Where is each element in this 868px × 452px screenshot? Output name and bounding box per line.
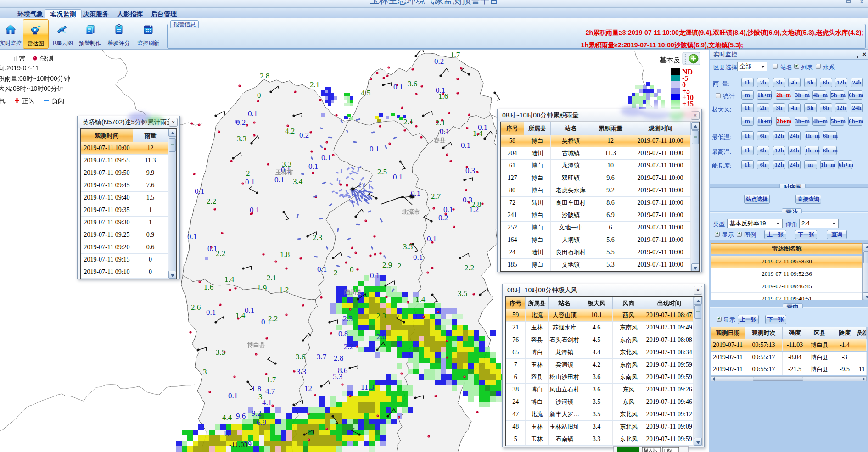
svg-text:1.2: 1.2 [279,285,289,294]
svg-text:0.1: 0.1 [261,318,271,326]
svg-text:3.6: 3.6 [296,352,305,361]
svg-text:2.3: 2.3 [376,312,386,320]
svg-text:0.1: 0.1 [187,232,197,241]
svg-text:4.5: 4.5 [361,89,370,97]
svg-text:2.7: 2.7 [431,192,441,201]
svg-text:0.2: 0.2 [299,131,309,140]
svg-text:2: 2 [334,268,338,277]
svg-text:0.2: 0.2 [236,118,246,127]
svg-text:3.5: 3.5 [216,348,225,357]
svg-text:0.1: 0.1 [245,306,254,315]
svg-text:1.2: 1.2 [469,205,479,214]
svg-text:1.8: 1.8 [280,250,290,259]
svg-text:2.2: 2.2 [207,197,216,206]
svg-text:12: 12 [304,384,312,393]
svg-text:0.1: 0.1 [207,244,217,253]
svg-text:0.1: 0.1 [370,271,380,280]
svg-text:0.1: 0.1 [370,145,379,153]
svg-text:10: 10 [223,430,231,438]
svg-text:0.1: 0.1 [245,178,255,186]
svg-text:大风:08时~10时00分钟: 大风:08时~10时00分钟 [0,85,64,92]
svg-text:2.1: 2.1 [310,80,319,89]
svg-text:11.3: 11.3 [361,383,374,391]
svg-text:0: 0 [257,91,261,100]
svg-text:1.6: 1.6 [204,283,213,291]
svg-text:2.1: 2.1 [436,118,445,127]
svg-text:9.2: 9.2 [252,409,261,418]
svg-text:0.1: 0.1 [393,173,403,181]
svg-text:2.8: 2.8 [260,72,269,80]
svg-text:0.1: 0.1 [248,109,258,118]
svg-text:4.2: 4.2 [285,127,295,135]
svg-text:0.3: 0.3 [465,166,475,175]
svg-text:0.1: 0.1 [308,162,318,171]
svg-text:电:: 电: [0,97,6,105]
svg-text:0.1: 0.1 [478,123,487,132]
svg-text:2.3: 2.3 [343,314,353,323]
svg-text:4.7: 4.7 [265,387,275,396]
svg-text:缺测: 缺测 [40,55,53,62]
svg-text:4.1: 4.1 [262,398,272,407]
svg-text:3.6: 3.6 [408,79,417,88]
svg-text:3.5: 3.5 [458,289,467,298]
svg-text:博白县: 博白县 [247,341,265,348]
svg-text:4.4: 4.4 [222,413,232,422]
svg-text:-11.03: -11.03 [229,441,248,449]
svg-text:1.4: 1.4 [415,295,426,304]
svg-text:1.8: 1.8 [252,385,261,393]
svg-text:2.9: 2.9 [382,261,392,269]
svg-text:0.1: 0.1 [228,391,238,400]
svg-text:3.7: 3.7 [317,352,327,361]
svg-text:积雨量:08时~10时00分钟: 积雨量:08时~10时00分钟 [0,75,70,82]
svg-text:0.1: 0.1 [413,253,423,262]
svg-text:0.1: 0.1 [411,189,420,198]
svg-text:1.7: 1.7 [450,50,460,59]
svg-text:0.3: 0.3 [463,195,472,204]
svg-text:1.4: 1.4 [235,311,246,320]
svg-text:3.4: 3.4 [293,177,303,186]
svg-text:0.1: 0.1 [461,141,470,150]
svg-text:2.8: 2.8 [334,354,343,363]
svg-text:0.1: 0.1 [317,265,327,273]
svg-text:间:2019-07-11: 间:2019-07-11 [0,64,39,72]
svg-text:1.7: 1.7 [266,375,276,384]
svg-text:0.1: 0.1 [250,206,259,214]
svg-text:北流市: 北流市 [402,208,420,215]
svg-text:基本反: 基本反 [660,56,680,64]
svg-text:正常: 正常 [13,55,26,62]
svg-text:0.1: 0.1 [440,127,449,136]
svg-text:1.9: 1.9 [257,284,267,292]
svg-text:容县: 容县 [433,137,446,144]
svg-text:2.1: 2.1 [403,117,413,126]
svg-text:+15: +15 [682,100,694,108]
svg-text:0.1: 0.1 [393,83,403,91]
svg-text:0.1: 0.1 [206,308,216,317]
svg-text:2.6: 2.6 [191,303,201,312]
svg-text:0.1: 0.1 [443,205,453,214]
svg-text:2.1: 2.1 [267,273,276,282]
svg-text:0.1: 0.1 [436,86,445,95]
svg-text:玉林市: 玉林市 [275,169,293,176]
svg-text:负闪: 负闪 [51,97,64,105]
svg-text:0.1: 0.1 [321,153,331,162]
svg-text:陆川县: 陆川县 [344,289,362,296]
svg-text:2.2: 2.2 [465,263,474,272]
svg-text:0.2: 0.2 [438,213,448,222]
svg-text:2: 2 [398,262,402,270]
svg-text:6.9: 6.9 [257,418,266,427]
svg-text:2.6: 2.6 [376,332,386,341]
svg-text:5.3: 5.3 [333,372,342,381]
svg-text:3: 3 [203,368,207,376]
svg-text:2: 2 [246,169,250,178]
svg-text:3.5: 3.5 [403,242,413,251]
svg-text:0.2: 0.2 [434,57,444,66]
svg-text:0.1: 0.1 [195,187,204,195]
svg-text:0.1: 0.1 [427,234,437,243]
svg-text:0.1: 0.1 [274,175,284,184]
svg-text:正闪: 正闪 [22,97,35,105]
svg-text:0.8: 0.8 [338,329,348,338]
svg-text:9.6: 9.6 [236,412,246,420]
svg-text:3.3: 3.3 [297,367,306,376]
svg-text:2.2: 2.2 [344,342,353,351]
svg-text:1.4: 1.4 [224,275,235,284]
